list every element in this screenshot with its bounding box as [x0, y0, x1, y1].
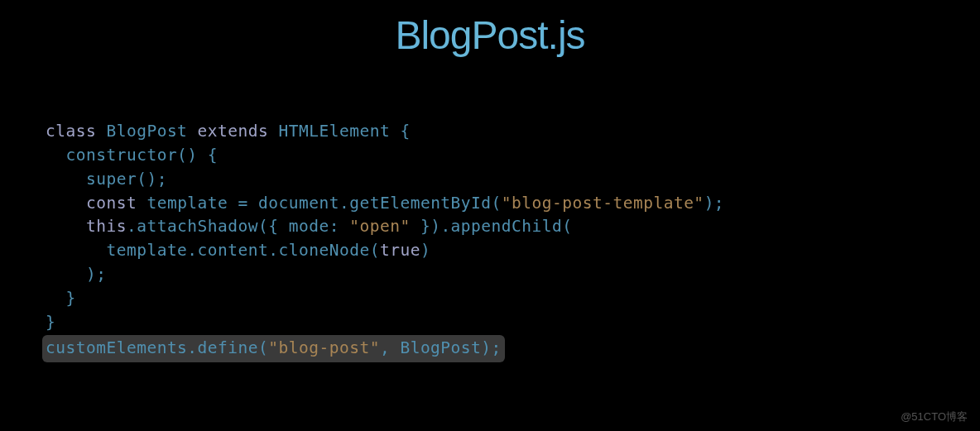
code-line-3: super();: [46, 168, 934, 192]
code-text: }).appendChild(: [411, 217, 573, 236]
code-text: template = document.getElementById(: [137, 194, 502, 213]
keyword-true: true: [380, 241, 420, 260]
code-line-10: customElements.define("blog-post", BlogP…: [42, 337, 502, 361]
code-line-5: this.attachShadow({ mode: "open" }).appe…: [46, 215, 934, 239]
code-line-7: );: [46, 263, 934, 287]
code-text: , BlogPost);: [380, 338, 502, 357]
code-line-8: }: [46, 287, 934, 311]
code-block: class BlogPost extends HTMLElement { con…: [0, 58, 980, 362]
watermark: @51CTO博客: [901, 409, 968, 424]
code-line-2: constructor() {: [46, 144, 934, 168]
code-text: customElements.define(: [46, 338, 268, 357]
code-line-9: }: [46, 311, 934, 335]
classname-htmlelement: HTMLElement {: [268, 122, 410, 141]
keyword-const: const: [46, 194, 137, 213]
code-line-6: template.content.cloneNode(true): [46, 239, 934, 263]
code-line-1: class BlogPost extends HTMLElement {: [46, 120, 934, 144]
slide-title: BlogPost.js: [0, 0, 980, 58]
code-text: template.content.cloneNode(: [46, 241, 380, 260]
code-text: ): [420, 241, 430, 260]
keyword-class: class: [46, 122, 96, 141]
keyword-extends: extends: [198, 122, 269, 141]
classname-blogpost: BlogPost: [96, 122, 197, 141]
code-line-4: const template = document.getElementById…: [46, 192, 934, 216]
string-blog-post: "blog-post": [268, 338, 380, 357]
keyword-this: this: [46, 217, 127, 236]
code-text: .attachShadow({ mode:: [127, 217, 349, 236]
string-template-id: "blog-post-template": [502, 194, 704, 213]
string-open: "open": [349, 217, 410, 236]
highlighted-code-line: customElements.define("blog-post", BlogP…: [42, 335, 505, 362]
code-text: );: [704, 194, 724, 213]
